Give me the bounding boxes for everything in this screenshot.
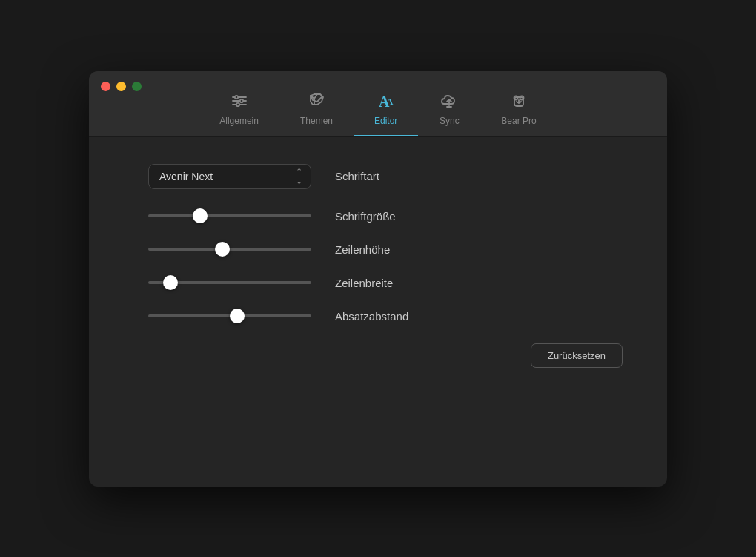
zoom-button[interactable]	[132, 82, 142, 91]
line-height-label: Zeilenhöhe	[335, 243, 454, 256]
tab-bar: Allgemein Themen A A	[199, 85, 557, 136]
paragraph-row: Absatzabstand	[148, 310, 623, 323]
svg-point-4	[239, 99, 242, 102]
font-row: Avenir Next Helvetica Neue Georgia Menlo…	[148, 164, 623, 189]
tab-allgemein[interactable]: Allgemein	[199, 85, 279, 136]
svg-text:A: A	[386, 96, 394, 107]
palette-icon	[306, 90, 327, 111]
font-size-slider[interactable]	[148, 214, 311, 217]
minimize-button[interactable]	[116, 82, 126, 91]
line-height-slider[interactable]	[148, 248, 311, 251]
line-width-slider[interactable]	[148, 281, 311, 284]
font-label: Schriftart	[335, 170, 454, 182]
font-select-wrapper: Avenir Next Helvetica Neue Georgia Menlo…	[148, 164, 311, 189]
svg-point-5	[236, 102, 239, 105]
tab-sync[interactable]: Sync	[418, 85, 480, 136]
svg-point-3	[234, 95, 237, 98]
paragraph-label: Absatzabstand	[335, 310, 454, 323]
paragraph-slider[interactable]	[148, 314, 311, 317]
line-height-row: Zeilenhöhe	[148, 243, 623, 256]
cloud-icon	[439, 90, 460, 111]
close-button[interactable]	[101, 82, 110, 91]
titlebar: Allgemein Themen A A	[89, 71, 667, 137]
font-icon: A A	[376, 90, 397, 111]
tab-editor-label: Editor	[374, 116, 397, 126]
tab-themen[interactable]: Themen	[279, 85, 354, 136]
tab-bearpro[interactable]: Bear Pro	[480, 85, 557, 136]
sliders-icon	[229, 90, 250, 111]
reset-button[interactable]: Zurücksetzen	[531, 343, 623, 368]
tab-bearpro-label: Bear Pro	[501, 116, 536, 126]
font-size-row: Schriftgröße	[148, 210, 623, 223]
preferences-window: Allgemein Themen A A	[89, 71, 667, 487]
font-size-label: Schriftgröße	[335, 210, 454, 223]
tab-themen-label: Themen	[300, 116, 333, 126]
tab-editor[interactable]: A A Editor	[354, 85, 418, 136]
reset-row: Zurücksetzen	[148, 343, 623, 368]
traffic-lights	[101, 82, 142, 91]
tab-allgemein-label: Allgemein	[219, 116, 259, 126]
bear-icon	[508, 90, 529, 111]
line-width-label: Zeilenbreite	[335, 277, 454, 289]
line-width-row: Zeilenbreite	[148, 277, 623, 289]
settings-content: Avenir Next Helvetica Neue Georgia Menlo…	[89, 137, 667, 398]
font-select[interactable]: Avenir Next Helvetica Neue Georgia Menlo…	[148, 164, 311, 189]
tab-sync-label: Sync	[440, 116, 460, 126]
